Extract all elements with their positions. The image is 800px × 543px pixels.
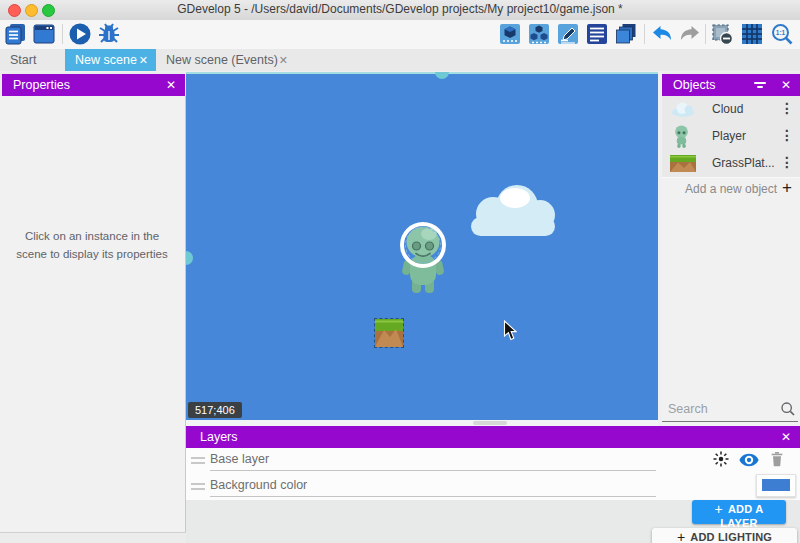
grid-icon — [740, 22, 764, 46]
title-bar: GDevelop 5 - /Users/david/Documents/GDev… — [0, 0, 800, 21]
object-name: Cloud — [712, 102, 743, 116]
redo-icon — [678, 22, 702, 46]
tab-new-scene-events[interactable]: New scene (Events) ✕ — [156, 49, 296, 71]
gdevelop-window: { "window": { "title": "GDevelop 5 - /Us… — [0, 0, 800, 543]
background-color-swatch[interactable] — [756, 474, 796, 497]
objects-search-field[interactable]: Search — [662, 398, 800, 422]
field-underline — [210, 470, 656, 471]
background-color-label: Background color — [210, 478, 307, 492]
field-underline — [210, 496, 656, 497]
player-thumbnail — [673, 125, 690, 148]
edit-scene-icon — [556, 22, 580, 46]
delete-selection-button[interactable] — [710, 22, 734, 46]
sprite-grass-platform[interactable] — [374, 318, 404, 348]
layer-row-background-color[interactable]: Background color — [186, 474, 800, 500]
object-groups-icon — [527, 22, 551, 46]
object-groups-editor-button[interactable] — [527, 22, 551, 46]
add-lighting-layer-label: ADD LIGHTING LAYER — [690, 531, 772, 543]
scene-canvas[interactable]: 517;406 — [186, 72, 658, 420]
plus-icon: + — [715, 501, 723, 517]
start-page-icon — [32, 22, 56, 46]
layers-editor-button[interactable] — [614, 22, 638, 46]
object-name: GrassPlat... — [712, 156, 775, 170]
search-icon[interactable] — [780, 401, 796, 417]
tab-label: New scene (Events) — [166, 49, 278, 71]
start-page-button[interactable] — [32, 22, 56, 46]
objects-panel-header[interactable]: Objects ✕ — [662, 74, 800, 96]
cloud-image — [465, 183, 560, 241]
drag-handle-icon[interactable] — [191, 457, 205, 464]
redo-button[interactable] — [678, 22, 702, 46]
drag-handle-icon[interactable] — [191, 483, 205, 490]
object-row-player[interactable]: Player ⋮ — [662, 123, 800, 151]
objects-editor-button[interactable] — [498, 22, 522, 46]
object-menu-icon[interactable]: ⋮ — [780, 127, 794, 143]
layer-effects-icon[interactable] — [712, 450, 730, 468]
panel-resize-line[interactable] — [186, 72, 658, 74]
cursor-coordinates-badge: 517;406 — [188, 402, 242, 418]
properties-panel-body — [0, 96, 186, 532]
toolbar-separator — [705, 24, 706, 44]
tab-label: New scene — [75, 49, 137, 71]
undo-button[interactable] — [650, 22, 674, 46]
plus-icon: + — [677, 529, 685, 543]
window-title: GDevelop 5 - /Users/david/Documents/GDev… — [0, 0, 800, 19]
scene-properties-button[interactable] — [556, 22, 580, 46]
panel-resize-handle[interactable] — [435, 72, 449, 79]
object-row-grassplatform[interactable]: GrassPlat... ⋮ — [662, 150, 800, 178]
objects-editor-icon — [498, 22, 522, 46]
layers-panel-title: Layers — [200, 426, 238, 448]
properties-empty-message: Click on an instance in the scene to dis… — [8, 228, 176, 264]
layers-stack-icon — [614, 22, 638, 46]
zoom-reset-button[interactable]: 1:1 — [770, 22, 794, 46]
instances-list-button[interactable] — [585, 22, 609, 46]
selection-ring[interactable] — [400, 222, 446, 268]
svg-text:1:1: 1:1 — [776, 29, 786, 36]
layer-name-field[interactable]: Base layer — [210, 452, 269, 466]
object-row-cloud[interactable]: Cloud ⋮ — [662, 96, 800, 124]
preview-play-button[interactable] — [68, 22, 92, 46]
close-tab-icon[interactable]: ✕ — [279, 49, 288, 71]
object-menu-icon[interactable]: ⋮ — [780, 100, 794, 116]
object-name: Player — [712, 129, 746, 143]
close-tab-icon[interactable]: ✕ — [139, 49, 148, 71]
add-object-row[interactable]: Add a new object + — [662, 177, 800, 202]
search-underline — [662, 421, 798, 422]
project-manager-button[interactable] — [4, 22, 28, 46]
add-object-label: Add a new object — [685, 182, 777, 196]
grass-platform-thumbnail — [670, 155, 696, 172]
toolbar-separator — [644, 24, 645, 44]
close-icon[interactable]: ✕ — [166, 74, 176, 96]
scrollbar-thumb[interactable] — [473, 421, 507, 425]
tab-start-page[interactable]: Start Page — [0, 49, 64, 71]
instances-list-icon — [585, 22, 609, 46]
layers-panel-header[interactable]: Layers ✕ — [186, 426, 800, 448]
properties-panel-header[interactable]: Properties ✕ — [2, 74, 185, 96]
object-menu-icon[interactable]: ⋮ — [780, 154, 794, 170]
bug-icon — [97, 22, 121, 46]
add-lighting-layer-button[interactable]: +ADD LIGHTING LAYER — [652, 528, 797, 543]
add-layer-button[interactable]: +ADD A LAYER — [692, 500, 786, 524]
delete-layer-trash-icon[interactable] — [769, 450, 785, 468]
zoom-1to1-icon: 1:1 — [770, 22, 794, 46]
toggle-grid-button[interactable] — [740, 22, 764, 46]
layer-row-base[interactable]: Base layer — [186, 448, 800, 474]
selection-ring-dashes — [405, 227, 441, 263]
main-toolbar: 1:1 — [0, 20, 800, 49]
debug-button[interactable] — [97, 22, 121, 46]
properties-panel-title: Properties — [13, 74, 70, 96]
cloud-thumbnail — [670, 100, 696, 118]
toolbar-separator — [62, 24, 63, 44]
grass-platform-image — [375, 319, 403, 347]
tab-bar: Start Page New scene ✕ New scene (Events… — [0, 49, 800, 71]
sprite-cloud[interactable] — [465, 183, 560, 241]
filter-icon[interactable] — [754, 82, 766, 88]
add-object-plus-icon[interactable]: + — [782, 178, 792, 198]
objects-panel-title: Objects — [673, 74, 715, 96]
close-icon[interactable]: ✕ — [781, 74, 791, 96]
play-icon — [68, 22, 92, 46]
close-icon[interactable]: ✕ — [781, 426, 791, 448]
layer-visibility-eye-icon[interactable] — [739, 450, 759, 470]
panel-resize-handle[interactable] — [186, 251, 193, 265]
tab-new-scene[interactable]: New scene ✕ — [65, 49, 156, 71]
